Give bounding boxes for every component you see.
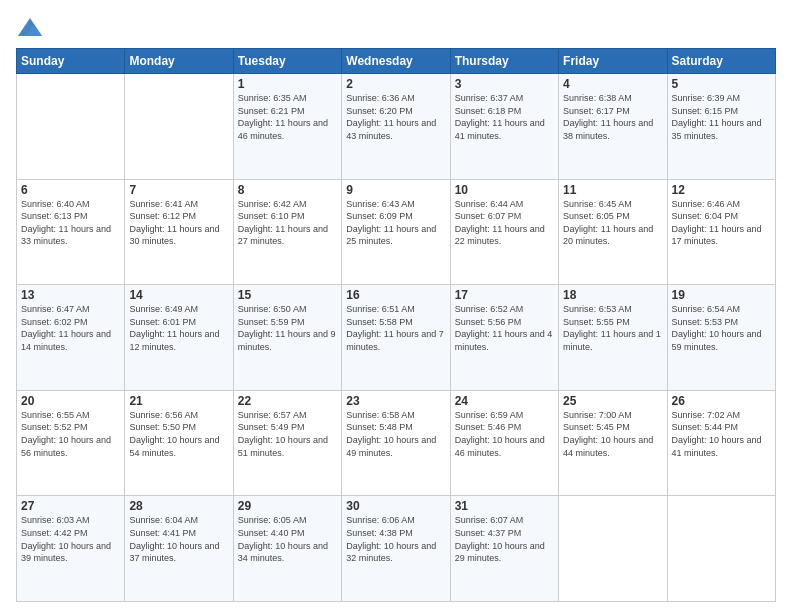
day-info: Sunrise: 6:05 AMSunset: 4:40 PMDaylight:… bbox=[238, 514, 337, 564]
calendar-cell: 22Sunrise: 6:57 AMSunset: 5:49 PMDayligh… bbox=[233, 390, 341, 496]
calendar-cell: 3Sunrise: 6:37 AMSunset: 6:18 PMDaylight… bbox=[450, 74, 558, 180]
weekday-header: Thursday bbox=[450, 49, 558, 74]
calendar-week-row: 13Sunrise: 6:47 AMSunset: 6:02 PMDayligh… bbox=[17, 285, 776, 391]
day-number: 5 bbox=[672, 77, 771, 91]
day-info: Sunrise: 6:35 AMSunset: 6:21 PMDaylight:… bbox=[238, 92, 337, 142]
day-info: Sunrise: 6:53 AMSunset: 5:55 PMDaylight:… bbox=[563, 303, 662, 353]
day-info: Sunrise: 6:55 AMSunset: 5:52 PMDaylight:… bbox=[21, 409, 120, 459]
calendar-cell: 2Sunrise: 6:36 AMSunset: 6:20 PMDaylight… bbox=[342, 74, 450, 180]
calendar-cell: 1Sunrise: 6:35 AMSunset: 6:21 PMDaylight… bbox=[233, 74, 341, 180]
calendar-week-row: 27Sunrise: 6:03 AMSunset: 4:42 PMDayligh… bbox=[17, 496, 776, 602]
calendar-cell bbox=[125, 74, 233, 180]
day-number: 2 bbox=[346, 77, 445, 91]
day-number: 13 bbox=[21, 288, 120, 302]
weekday-header: Saturday bbox=[667, 49, 775, 74]
calendar-week-row: 20Sunrise: 6:55 AMSunset: 5:52 PMDayligh… bbox=[17, 390, 776, 496]
day-number: 1 bbox=[238, 77, 337, 91]
day-number: 9 bbox=[346, 183, 445, 197]
day-number: 19 bbox=[672, 288, 771, 302]
calendar-cell: 19Sunrise: 6:54 AMSunset: 5:53 PMDayligh… bbox=[667, 285, 775, 391]
day-info: Sunrise: 6:42 AMSunset: 6:10 PMDaylight:… bbox=[238, 198, 337, 248]
day-info: Sunrise: 6:52 AMSunset: 5:56 PMDaylight:… bbox=[455, 303, 554, 353]
calendar-cell: 25Sunrise: 7:00 AMSunset: 5:45 PMDayligh… bbox=[559, 390, 667, 496]
day-number: 3 bbox=[455, 77, 554, 91]
calendar-cell: 31Sunrise: 6:07 AMSunset: 4:37 PMDayligh… bbox=[450, 496, 558, 602]
day-number: 24 bbox=[455, 394, 554, 408]
day-number: 27 bbox=[21, 499, 120, 513]
day-info: Sunrise: 6:50 AMSunset: 5:59 PMDaylight:… bbox=[238, 303, 337, 353]
day-info: Sunrise: 6:46 AMSunset: 6:04 PMDaylight:… bbox=[672, 198, 771, 248]
day-number: 30 bbox=[346, 499, 445, 513]
day-info: Sunrise: 6:45 AMSunset: 6:05 PMDaylight:… bbox=[563, 198, 662, 248]
day-number: 15 bbox=[238, 288, 337, 302]
day-info: Sunrise: 6:04 AMSunset: 4:41 PMDaylight:… bbox=[129, 514, 228, 564]
day-info: Sunrise: 6:06 AMSunset: 4:38 PMDaylight:… bbox=[346, 514, 445, 564]
day-number: 4 bbox=[563, 77, 662, 91]
calendar-cell: 5Sunrise: 6:39 AMSunset: 6:15 PMDaylight… bbox=[667, 74, 775, 180]
day-info: Sunrise: 6:49 AMSunset: 6:01 PMDaylight:… bbox=[129, 303, 228, 353]
calendar-cell: 13Sunrise: 6:47 AMSunset: 6:02 PMDayligh… bbox=[17, 285, 125, 391]
day-number: 26 bbox=[672, 394, 771, 408]
day-number: 22 bbox=[238, 394, 337, 408]
calendar-cell: 12Sunrise: 6:46 AMSunset: 6:04 PMDayligh… bbox=[667, 179, 775, 285]
calendar-cell: 10Sunrise: 6:44 AMSunset: 6:07 PMDayligh… bbox=[450, 179, 558, 285]
weekday-row: SundayMondayTuesdayWednesdayThursdayFrid… bbox=[17, 49, 776, 74]
day-info: Sunrise: 6:07 AMSunset: 4:37 PMDaylight:… bbox=[455, 514, 554, 564]
day-info: Sunrise: 6:40 AMSunset: 6:13 PMDaylight:… bbox=[21, 198, 120, 248]
day-info: Sunrise: 6:39 AMSunset: 6:15 PMDaylight:… bbox=[672, 92, 771, 142]
day-info: Sunrise: 6:41 AMSunset: 6:12 PMDaylight:… bbox=[129, 198, 228, 248]
calendar-cell: 27Sunrise: 6:03 AMSunset: 4:42 PMDayligh… bbox=[17, 496, 125, 602]
calendar-header: SundayMondayTuesdayWednesdayThursdayFrid… bbox=[17, 49, 776, 74]
day-number: 7 bbox=[129, 183, 228, 197]
calendar-cell: 28Sunrise: 6:04 AMSunset: 4:41 PMDayligh… bbox=[125, 496, 233, 602]
calendar-cell: 9Sunrise: 6:43 AMSunset: 6:09 PMDaylight… bbox=[342, 179, 450, 285]
day-number: 17 bbox=[455, 288, 554, 302]
logo-icon bbox=[16, 14, 44, 42]
day-info: Sunrise: 6:36 AMSunset: 6:20 PMDaylight:… bbox=[346, 92, 445, 142]
calendar-cell: 16Sunrise: 6:51 AMSunset: 5:58 PMDayligh… bbox=[342, 285, 450, 391]
day-number: 10 bbox=[455, 183, 554, 197]
calendar-body: 1Sunrise: 6:35 AMSunset: 6:21 PMDaylight… bbox=[17, 74, 776, 602]
calendar-cell bbox=[667, 496, 775, 602]
weekday-header: Monday bbox=[125, 49, 233, 74]
calendar-week-row: 1Sunrise: 6:35 AMSunset: 6:21 PMDaylight… bbox=[17, 74, 776, 180]
calendar-cell: 7Sunrise: 6:41 AMSunset: 6:12 PMDaylight… bbox=[125, 179, 233, 285]
weekday-header: Wednesday bbox=[342, 49, 450, 74]
calendar-cell: 18Sunrise: 6:53 AMSunset: 5:55 PMDayligh… bbox=[559, 285, 667, 391]
weekday-header: Sunday bbox=[17, 49, 125, 74]
calendar-cell bbox=[559, 496, 667, 602]
day-number: 12 bbox=[672, 183, 771, 197]
calendar-cell: 26Sunrise: 7:02 AMSunset: 5:44 PMDayligh… bbox=[667, 390, 775, 496]
day-number: 6 bbox=[21, 183, 120, 197]
calendar-cell: 24Sunrise: 6:59 AMSunset: 5:46 PMDayligh… bbox=[450, 390, 558, 496]
calendar-cell: 23Sunrise: 6:58 AMSunset: 5:48 PMDayligh… bbox=[342, 390, 450, 496]
day-number: 29 bbox=[238, 499, 337, 513]
calendar-table: SundayMondayTuesdayWednesdayThursdayFrid… bbox=[16, 48, 776, 602]
calendar-cell: 8Sunrise: 6:42 AMSunset: 6:10 PMDaylight… bbox=[233, 179, 341, 285]
calendar-cell: 30Sunrise: 6:06 AMSunset: 4:38 PMDayligh… bbox=[342, 496, 450, 602]
calendar-page: SundayMondayTuesdayWednesdayThursdayFrid… bbox=[0, 0, 792, 612]
logo bbox=[16, 14, 46, 42]
day-info: Sunrise: 6:47 AMSunset: 6:02 PMDaylight:… bbox=[21, 303, 120, 353]
calendar-cell bbox=[17, 74, 125, 180]
calendar-cell: 14Sunrise: 6:49 AMSunset: 6:01 PMDayligh… bbox=[125, 285, 233, 391]
day-info: Sunrise: 6:03 AMSunset: 4:42 PMDaylight:… bbox=[21, 514, 120, 564]
day-number: 20 bbox=[21, 394, 120, 408]
day-info: Sunrise: 6:54 AMSunset: 5:53 PMDaylight:… bbox=[672, 303, 771, 353]
weekday-header: Tuesday bbox=[233, 49, 341, 74]
calendar-week-row: 6Sunrise: 6:40 AMSunset: 6:13 PMDaylight… bbox=[17, 179, 776, 285]
day-number: 28 bbox=[129, 499, 228, 513]
day-info: Sunrise: 7:00 AMSunset: 5:45 PMDaylight:… bbox=[563, 409, 662, 459]
day-number: 25 bbox=[563, 394, 662, 408]
day-number: 8 bbox=[238, 183, 337, 197]
weekday-header: Friday bbox=[559, 49, 667, 74]
calendar-cell: 11Sunrise: 6:45 AMSunset: 6:05 PMDayligh… bbox=[559, 179, 667, 285]
calendar-cell: 17Sunrise: 6:52 AMSunset: 5:56 PMDayligh… bbox=[450, 285, 558, 391]
calendar-cell: 20Sunrise: 6:55 AMSunset: 5:52 PMDayligh… bbox=[17, 390, 125, 496]
day-info: Sunrise: 6:44 AMSunset: 6:07 PMDaylight:… bbox=[455, 198, 554, 248]
day-info: Sunrise: 6:59 AMSunset: 5:46 PMDaylight:… bbox=[455, 409, 554, 459]
calendar-cell: 4Sunrise: 6:38 AMSunset: 6:17 PMDaylight… bbox=[559, 74, 667, 180]
day-info: Sunrise: 7:02 AMSunset: 5:44 PMDaylight:… bbox=[672, 409, 771, 459]
day-info: Sunrise: 6:56 AMSunset: 5:50 PMDaylight:… bbox=[129, 409, 228, 459]
header bbox=[16, 10, 776, 42]
